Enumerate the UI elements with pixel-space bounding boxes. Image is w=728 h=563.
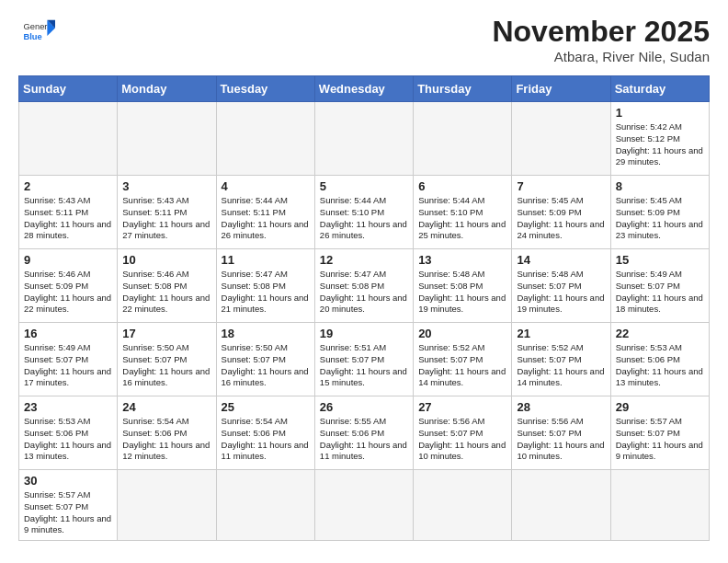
week-row-5: 23Sunrise: 5:53 AM Sunset: 5:06 PM Dayli… <box>19 396 710 470</box>
header: General Blue November 2025 Atbara, River… <box>18 15 710 64</box>
day-number: 8 <box>616 179 704 193</box>
calendar-cell: 13Sunrise: 5:48 AM Sunset: 5:08 PM Dayli… <box>414 249 512 323</box>
day-info: Sunrise: 5:56 AM Sunset: 5:07 PM Dayligh… <box>517 416 605 463</box>
day-number: 18 <box>222 327 310 340</box>
day-info: Sunrise: 5:46 AM Sunset: 5:09 PM Dayligh… <box>24 269 112 316</box>
week-row-1: 1Sunrise: 5:42 AM Sunset: 5:12 PM Daylig… <box>19 102 710 176</box>
calendar-cell <box>118 470 216 541</box>
calendar-cell: 24Sunrise: 5:54 AM Sunset: 5:06 PM Dayli… <box>118 396 216 470</box>
week-row-2: 2Sunrise: 5:43 AM Sunset: 5:11 PM Daylig… <box>19 176 710 249</box>
day-number: 14 <box>517 253 605 267</box>
day-info: Sunrise: 5:45 AM Sunset: 5:09 PM Dayligh… <box>517 195 605 242</box>
day-number: 7 <box>517 179 605 193</box>
day-info: Sunrise: 5:46 AM Sunset: 5:08 PM Dayligh… <box>122 269 210 316</box>
week-row-6: 30Sunrise: 5:57 AM Sunset: 5:07 PM Dayli… <box>19 470 710 541</box>
calendar-cell: 12Sunrise: 5:47 AM Sunset: 5:08 PM Dayli… <box>314 249 413 323</box>
calendar-cell <box>216 102 314 176</box>
day-info: Sunrise: 5:50 AM Sunset: 5:07 PM Dayligh… <box>222 342 310 389</box>
day-info: Sunrise: 5:44 AM Sunset: 5:10 PM Dayligh… <box>320 195 408 242</box>
day-number: 22 <box>616 327 704 340</box>
calendar-cell: 2Sunrise: 5:43 AM Sunset: 5:11 PM Daylig… <box>19 176 118 249</box>
day-number: 29 <box>616 400 704 414</box>
calendar-cell <box>216 470 314 541</box>
calendar-cell: 18Sunrise: 5:50 AM Sunset: 5:07 PM Dayli… <box>216 323 314 396</box>
day-number: 13 <box>418 253 506 267</box>
calendar-cell <box>414 102 512 176</box>
calendar-cell: 16Sunrise: 5:49 AM Sunset: 5:07 PM Dayli… <box>19 323 118 396</box>
day-number: 19 <box>320 327 408 340</box>
day-number: 30 <box>24 474 112 488</box>
day-info: Sunrise: 5:49 AM Sunset: 5:07 PM Dayligh… <box>24 342 112 389</box>
day-number: 20 <box>418 327 506 340</box>
calendar-cell: 22Sunrise: 5:53 AM Sunset: 5:06 PM Dayli… <box>610 323 709 396</box>
calendar-cell: 28Sunrise: 5:56 AM Sunset: 5:07 PM Dayli… <box>512 396 610 470</box>
calendar-cell: 30Sunrise: 5:57 AM Sunset: 5:07 PM Dayli… <box>19 470 118 541</box>
calendar-cell <box>314 102 413 176</box>
weekday-friday: Friday <box>512 76 610 102</box>
calendar-cell: 9Sunrise: 5:46 AM Sunset: 5:09 PM Daylig… <box>19 249 118 323</box>
calendar-cell: 1Sunrise: 5:42 AM Sunset: 5:12 PM Daylig… <box>610 102 709 176</box>
day-info: Sunrise: 5:52 AM Sunset: 5:07 PM Dayligh… <box>517 342 605 389</box>
title-block: November 2025 Atbara, River Nile, Sudan <box>492 15 710 64</box>
day-info: Sunrise: 5:48 AM Sunset: 5:08 PM Dayligh… <box>418 269 506 316</box>
day-info: Sunrise: 5:45 AM Sunset: 5:09 PM Dayligh… <box>616 195 704 242</box>
day-info: Sunrise: 5:43 AM Sunset: 5:11 PM Dayligh… <box>122 195 210 242</box>
calendar-cell <box>512 102 610 176</box>
week-row-4: 16Sunrise: 5:49 AM Sunset: 5:07 PM Dayli… <box>19 323 710 396</box>
day-info: Sunrise: 5:52 AM Sunset: 5:07 PM Dayligh… <box>418 342 506 389</box>
svg-text:Blue: Blue <box>23 32 41 41</box>
calendar-cell: 5Sunrise: 5:44 AM Sunset: 5:10 PM Daylig… <box>314 176 413 249</box>
day-number: 25 <box>222 400 310 414</box>
month-title: November 2025 <box>492 15 710 49</box>
calendar-cell <box>610 470 709 541</box>
day-number: 15 <box>616 253 704 267</box>
day-number: 28 <box>517 400 605 414</box>
weekday-wednesday: Wednesday <box>314 76 413 102</box>
calendar-cell: 25Sunrise: 5:54 AM Sunset: 5:06 PM Dayli… <box>216 396 314 470</box>
calendar-cell: 14Sunrise: 5:48 AM Sunset: 5:07 PM Dayli… <box>512 249 610 323</box>
calendar-cell: 15Sunrise: 5:49 AM Sunset: 5:07 PM Dayli… <box>610 249 709 323</box>
day-number: 1 <box>616 106 704 120</box>
day-info: Sunrise: 5:54 AM Sunset: 5:06 PM Dayligh… <box>222 416 310 463</box>
calendar-cell: 4Sunrise: 5:44 AM Sunset: 5:11 PM Daylig… <box>216 176 314 249</box>
day-info: Sunrise: 5:57 AM Sunset: 5:07 PM Dayligh… <box>24 489 112 536</box>
day-info: Sunrise: 5:42 AM Sunset: 5:12 PM Dayligh… <box>616 121 704 168</box>
calendar-cell <box>512 470 610 541</box>
weekday-tuesday: Tuesday <box>216 76 314 102</box>
calendar-cell: 23Sunrise: 5:53 AM Sunset: 5:06 PM Dayli… <box>19 396 118 470</box>
calendar-cell: 20Sunrise: 5:52 AM Sunset: 5:07 PM Dayli… <box>414 323 512 396</box>
calendar-cell: 6Sunrise: 5:44 AM Sunset: 5:10 PM Daylig… <box>414 176 512 249</box>
weekday-thursday: Thursday <box>414 76 512 102</box>
calendar-cell <box>414 470 512 541</box>
page: General Blue November 2025 Atbara, River… <box>0 0 728 559</box>
calendar-table: SundayMondayTuesdayWednesdayThursdayFrid… <box>18 75 710 541</box>
day-number: 10 <box>122 253 210 267</box>
day-number: 2 <box>24 179 112 193</box>
location-subtitle: Atbara, River Nile, Sudan <box>492 49 710 64</box>
weekday-header-row: SundayMondayTuesdayWednesdayThursdayFrid… <box>19 76 710 102</box>
day-info: Sunrise: 5:47 AM Sunset: 5:08 PM Dayligh… <box>222 269 310 316</box>
day-info: Sunrise: 5:53 AM Sunset: 5:06 PM Dayligh… <box>616 342 704 389</box>
day-number: 11 <box>222 253 310 267</box>
day-info: Sunrise: 5:57 AM Sunset: 5:07 PM Dayligh… <box>616 416 704 463</box>
day-number: 23 <box>24 400 112 414</box>
day-number: 3 <box>122 179 210 193</box>
week-row-3: 9Sunrise: 5:46 AM Sunset: 5:09 PM Daylig… <box>19 249 710 323</box>
calendar-cell: 11Sunrise: 5:47 AM Sunset: 5:08 PM Dayli… <box>216 249 314 323</box>
day-number: 17 <box>122 327 210 340</box>
calendar-cell: 17Sunrise: 5:50 AM Sunset: 5:07 PM Dayli… <box>118 323 216 396</box>
day-number: 6 <box>418 179 506 193</box>
day-number: 27 <box>418 400 506 414</box>
calendar-cell: 26Sunrise: 5:55 AM Sunset: 5:06 PM Dayli… <box>314 396 413 470</box>
day-number: 24 <box>122 400 210 414</box>
calendar-cell: 10Sunrise: 5:46 AM Sunset: 5:08 PM Dayli… <box>118 249 216 323</box>
day-number: 26 <box>320 400 408 414</box>
day-info: Sunrise: 5:55 AM Sunset: 5:06 PM Dayligh… <box>320 416 408 463</box>
day-number: 4 <box>222 179 310 193</box>
calendar-cell: 19Sunrise: 5:51 AM Sunset: 5:07 PM Dayli… <box>314 323 413 396</box>
day-info: Sunrise: 5:53 AM Sunset: 5:06 PM Dayligh… <box>24 416 112 463</box>
calendar-cell: 7Sunrise: 5:45 AM Sunset: 5:09 PM Daylig… <box>512 176 610 249</box>
calendar-cell: 27Sunrise: 5:56 AM Sunset: 5:07 PM Dayli… <box>414 396 512 470</box>
day-number: 12 <box>320 253 408 267</box>
calendar-cell: 3Sunrise: 5:43 AM Sunset: 5:11 PM Daylig… <box>118 176 216 249</box>
